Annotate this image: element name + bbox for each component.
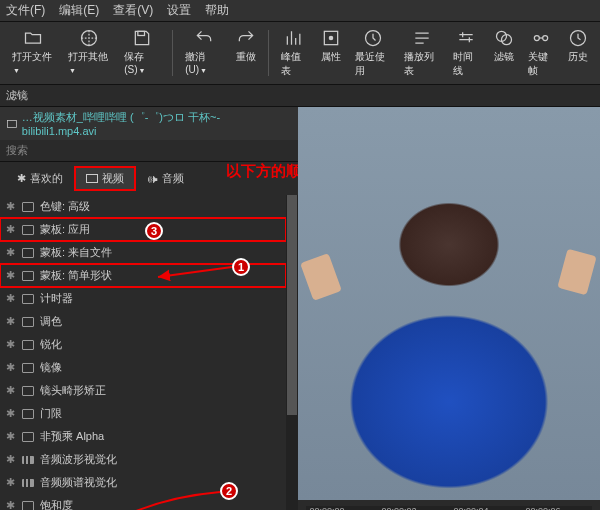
filter-item-label: 音频频谱视觉化	[40, 475, 117, 490]
filter-item[interactable]: ✱蒙板: 应用	[0, 218, 286, 241]
favorite-star-icon[interactable]: ✱	[6, 246, 16, 259]
favorite-star-icon[interactable]: ✱	[6, 223, 16, 236]
favorite-star-icon[interactable]: ✱	[6, 315, 16, 328]
svg-rect-9	[7, 120, 16, 127]
annotation-badge-3: 3	[145, 222, 163, 240]
filter-item[interactable]: ✱非预乘 Alpha	[0, 425, 286, 448]
favorite-star-icon[interactable]: ✱	[6, 338, 16, 351]
monitor-icon	[22, 294, 34, 304]
favorite-star-icon[interactable]: ✱	[6, 476, 16, 489]
filter-item-label: 镜像	[40, 360, 62, 375]
menu-file[interactable]: 文件(F)	[6, 2, 45, 19]
filter-item-label: 音频波形视觉化	[40, 452, 117, 467]
filter-list: ✱色键: 高级✱蒙板: 应用✱蒙板: 来自文件✱蒙板: 简单形状✱计时器✱调色✱…	[0, 195, 286, 510]
filter-item-label: 门限	[40, 406, 62, 421]
audio-icon	[22, 479, 34, 487]
keyframes-button[interactable]: 关键帧	[522, 26, 560, 80]
monitor-icon	[22, 271, 34, 281]
monitor-icon	[22, 363, 34, 373]
monitor-icon	[22, 386, 34, 396]
filters-panel-label: 滤镜	[0, 85, 600, 107]
filter-item[interactable]: ✱锐化	[0, 333, 286, 356]
filter-item[interactable]: ✱镜像	[0, 356, 286, 379]
timeline-button[interactable]: 时间线	[447, 26, 485, 80]
filters-button[interactable]: 滤镜	[488, 26, 520, 80]
ruler-tick: 00:00:00	[310, 506, 345, 510]
filter-item[interactable]: ✱饱和度	[0, 494, 286, 510]
save-button[interactable]: 保存(S)▼	[118, 26, 166, 80]
peak-meter-button[interactable]: 峰值表	[275, 26, 313, 80]
filter-item[interactable]: ✱镜头畸形矫正	[0, 379, 286, 402]
svg-rect-1	[138, 31, 145, 35]
playback-panel: 00:00:0000:00:0200:00:0400:00:06 00:00:0…	[298, 500, 600, 510]
filter-item-label: 蒙板: 应用	[40, 222, 90, 237]
monitor-icon	[22, 225, 34, 235]
filter-item-label: 计时器	[40, 291, 73, 306]
svg-point-3	[329, 36, 332, 39]
filter-item[interactable]: ✱音频频谱视觉化	[0, 471, 286, 494]
favorite-star-icon[interactable]: ✱	[6, 292, 16, 305]
favorite-star-icon[interactable]: ✱	[6, 407, 16, 420]
monitor-icon	[22, 317, 34, 327]
filter-search-input[interactable]: 搜索	[0, 140, 298, 162]
scrollbar[interactable]	[286, 195, 298, 510]
video-preview[interactable]	[298, 107, 600, 500]
filter-item[interactable]: ✱调色	[0, 310, 286, 333]
menu-help[interactable]: 帮助	[205, 2, 229, 19]
ruler-tick: 00:00:02	[382, 506, 417, 510]
filter-item-label: 色键: 高级	[40, 199, 90, 214]
monitor-icon	[22, 432, 34, 442]
filter-category-tabs: ✱喜欢的 视频 🕪音频 以下方的顺序进点击添加	[0, 162, 298, 195]
favorite-star-icon[interactable]: ✱	[6, 453, 16, 466]
properties-button[interactable]: 属性	[315, 26, 347, 80]
open-other-button[interactable]: 打开其他▼	[62, 26, 116, 80]
toolbar: 打开文件▼ 打开其他▼ 保存(S)▼ 撤消(U)▼ 重做 峰值表 属性 最近使用…	[0, 22, 600, 85]
clip-icon	[6, 118, 18, 130]
tab-video[interactable]: 视频	[74, 166, 136, 191]
recent-button[interactable]: 最近使用	[349, 26, 396, 80]
menu-edit[interactable]: 编辑(E)	[59, 2, 99, 19]
filter-item-label: 锐化	[40, 337, 62, 352]
favorite-star-icon[interactable]: ✱	[6, 361, 16, 374]
monitor-icon	[86, 174, 98, 183]
scrollbar-thumb[interactable]	[287, 195, 297, 415]
history-button[interactable]: 历史	[562, 26, 594, 80]
tab-audio[interactable]: 🕪音频	[136, 167, 195, 190]
filter-item-label: 非预乘 Alpha	[40, 429, 104, 444]
ruler-tick: 00:00:06	[526, 506, 561, 510]
menu-settings[interactable]: 设置	[167, 2, 191, 19]
playlist-button[interactable]: 播放列表	[398, 26, 445, 80]
favorite-star-icon[interactable]: ✱	[6, 499, 16, 510]
clip-title-bar: …视频素材_哔哩哔哩 (゜-゜)つロ 干杯~-bilibili1.mp4.avi	[0, 107, 298, 140]
undo-button[interactable]: 撤消(U)▼	[179, 26, 228, 80]
favorite-star-icon[interactable]: ✱	[6, 430, 16, 443]
filter-item-label: 饱和度	[40, 498, 73, 510]
monitor-icon	[22, 248, 34, 258]
monitor-icon	[22, 409, 34, 419]
ruler-tick: 00:00:04	[454, 506, 489, 510]
favorite-star-icon[interactable]: ✱	[6, 384, 16, 397]
menu-view[interactable]: 查看(V)	[113, 2, 153, 19]
favorite-star-icon[interactable]: ✱	[6, 269, 16, 282]
star-icon: ✱	[17, 172, 26, 185]
monitor-icon	[22, 501, 34, 511]
speaker-icon: 🕪	[147, 173, 158, 185]
filter-item[interactable]: ✱门限	[0, 402, 286, 425]
filter-item[interactable]: ✱计时器	[0, 287, 286, 310]
filter-item-label: 蒙板: 来自文件	[40, 245, 112, 260]
audio-icon	[22, 456, 34, 464]
annotation-badge-1: 1	[232, 258, 250, 276]
time-ruler[interactable]: 00:00:0000:00:0200:00:0400:00:06	[306, 506, 592, 510]
monitor-icon	[22, 340, 34, 350]
svg-point-8	[542, 36, 547, 41]
open-file-button[interactable]: 打开文件▼	[6, 26, 60, 80]
filter-item-label: 镜头畸形矫正	[40, 383, 106, 398]
favorite-star-icon[interactable]: ✱	[6, 200, 16, 213]
annotation-badge-2: 2	[220, 482, 238, 500]
filter-item[interactable]: ✱音频波形视觉化	[0, 448, 286, 471]
tab-favorites[interactable]: ✱喜欢的	[6, 167, 74, 190]
clip-filename: …视频素材_哔哩哔哩 (゜-゜)つロ 干杯~-bilibili1.mp4.avi	[22, 110, 292, 137]
filter-item-label: 蒙板: 简单形状	[40, 268, 112, 283]
redo-button[interactable]: 重做	[230, 26, 262, 80]
filter-item[interactable]: ✱色键: 高级	[0, 195, 286, 218]
